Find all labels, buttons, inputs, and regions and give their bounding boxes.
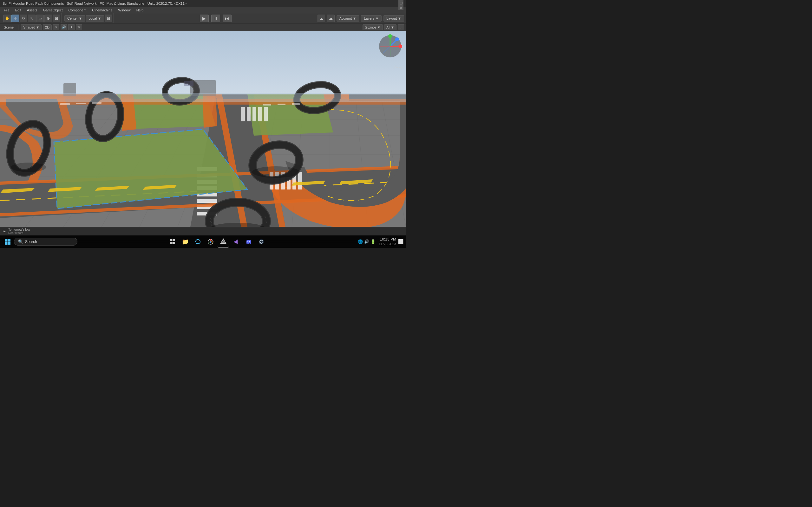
menu-bar: File Edit Assets GameObject Component Ci…: [0, 7, 406, 13]
chrome-icon: [207, 239, 214, 245]
edge-browser-icon[interactable]: [192, 236, 204, 247]
svg-rect-79: [170, 239, 172, 241]
taskbar-search-bar[interactable]: 🔍 Search: [14, 238, 78, 245]
play-button[interactable]: ▶: [200, 14, 209, 22]
step-button[interactable]: ⏭: [223, 14, 232, 22]
close-button[interactable]: ✕: [398, 6, 403, 10]
show-desktop-button[interactable]: ⬜: [398, 239, 403, 244]
network-tray-icon[interactable]: 🌐: [358, 239, 363, 244]
svg-rect-78: [8, 242, 11, 245]
start-button[interactable]: [3, 237, 13, 247]
toolbar-right: ☁ ☁ Account ▼ Layers ▼ Layout ▼: [317, 14, 404, 22]
tray-icons: 🌐 🔊 🔋: [357, 239, 377, 244]
cloud-icon[interactable]: ☁: [327, 14, 335, 22]
svg-rect-37: [252, 107, 256, 121]
taskbar-app-icons: 📁: [79, 236, 355, 247]
playback-controls: ▶ ⏸ ⏭: [115, 14, 316, 22]
clock-display[interactable]: 10:13 PM 11/25/2023: [379, 237, 396, 246]
title-controls: ─ ❐ ✕: [398, 0, 403, 10]
collab-icon[interactable]: ☁: [317, 14, 325, 22]
volume-tray-icon[interactable]: 🔊: [364, 239, 369, 244]
pause-button[interactable]: ⏸: [211, 14, 220, 22]
custom-tool[interactable]: ⊞: [53, 14, 60, 22]
tool-group: ✋ ✛ ↻ ⤡ ▭ ⊕ ⊞: [2, 13, 62, 23]
secondary-toolbar: Scene Shaded ▼ 2D ☀ 🔊 ✦ 👁 Gizmos ▼ All ▼…: [0, 23, 406, 31]
account-button[interactable]: Account ▼: [337, 15, 359, 21]
scene-canvas: Persp: [0, 31, 406, 227]
windows-logo-icon: [4, 239, 11, 245]
svg-rect-82: [173, 242, 175, 244]
2d-button[interactable]: 2D: [43, 24, 52, 30]
menu-cinemachine[interactable]: Cinemachine: [90, 8, 115, 13]
svg-point-53: [252, 166, 300, 178]
layout-button[interactable]: Layout ▼: [384, 15, 404, 21]
rect-tool[interactable]: ▭: [36, 14, 44, 22]
edge-icon: [195, 239, 201, 245]
search-label: Search: [25, 239, 37, 244]
svg-rect-76: [8, 239, 11, 242]
gizmos-area: Gizmos ▼ All ▼ ⋮: [362, 24, 404, 30]
all-button[interactable]: All ▼: [384, 24, 397, 30]
menu-help[interactable]: Help: [134, 8, 146, 13]
scene-visibility[interactable]: 👁: [76, 24, 82, 30]
snap-button[interactable]: ⊟: [105, 14, 112, 22]
svg-point-88: [249, 241, 250, 242]
battery-tray-icon[interactable]: 🔋: [370, 239, 375, 244]
svg-point-54: [11, 163, 46, 172]
gizmos-button[interactable]: Gizmos ▼: [362, 24, 383, 30]
file-explorer-icon[interactable]: 📁: [180, 236, 191, 247]
svg-rect-34: [298, 172, 302, 189]
more-options[interactable]: ⋮: [398, 24, 404, 30]
menu-edit[interactable]: Edit: [13, 8, 24, 13]
pivot-button[interactable]: Center ▼: [64, 15, 85, 21]
menu-component[interactable]: Component: [66, 8, 89, 13]
svg-rect-38: [258, 107, 262, 121]
taskview-icon: [170, 239, 175, 245]
transform-tool[interactable]: ⊕: [44, 14, 52, 22]
scale-tool[interactable]: ⤡: [28, 14, 36, 22]
unity-editor-icon[interactable]: [217, 236, 229, 247]
windows-taskbar: 🔍 Search 📁: [0, 235, 406, 248]
svg-point-71: [388, 34, 392, 38]
restore-button[interactable]: ❐: [398, 1, 403, 6]
svg-point-67: [395, 38, 399, 41]
discord-svg-icon: [246, 239, 252, 245]
fx-toggle[interactable]: ✦: [68, 24, 74, 30]
weather-sub: Near record: [8, 231, 30, 234]
layers-button[interactable]: Layers ▼: [361, 15, 382, 21]
svg-rect-75: [5, 239, 8, 242]
menu-window[interactable]: Window: [116, 8, 133, 13]
track-scene-svg: [0, 31, 406, 227]
clock-date: 11/25/2023: [379, 242, 396, 246]
lighting-toggle[interactable]: ☀: [53, 24, 59, 30]
taskview-button[interactable]: [167, 236, 178, 247]
svg-rect-60: [292, 103, 300, 105]
svg-point-69: [398, 44, 402, 48]
pivot-group: Center ▼ Local ▼ ⊟: [63, 13, 114, 23]
audio-toggle[interactable]: 🔊: [61, 24, 67, 30]
main-toolbar: ✋ ✛ ↻ ⤡ ▭ ⊕ ⊞ Center ▼ Local ▼ ⊟ ▶ ⏸ ⏭ ☁…: [0, 13, 406, 23]
svg-point-87: [247, 241, 248, 242]
menu-file[interactable]: File: [1, 8, 12, 13]
steam-icon[interactable]: [256, 236, 267, 247]
shading-dropdown[interactable]: Shaded ▼: [21, 24, 42, 30]
svg-rect-35: [241, 107, 245, 121]
svg-rect-64: [0, 93, 406, 102]
status-bar: 🌤 Tomorrow's low Near record: [0, 227, 406, 235]
menu-gameobject[interactable]: GameObject: [41, 8, 65, 13]
space-button[interactable]: Local ▼: [86, 15, 104, 21]
rotate-tool[interactable]: ↻: [20, 14, 27, 22]
axis-gizmo: [377, 34, 403, 59]
weather-info: Tomorrow's low Near record: [8, 228, 30, 234]
discord-icon[interactable]: [243, 236, 254, 247]
move-tool[interactable]: ✛: [11, 14, 19, 22]
visual-studio-icon[interactable]: [230, 236, 242, 247]
main-viewport[interactable]: Persp: [0, 31, 406, 227]
chrome-browser-icon[interactable]: [205, 236, 216, 247]
hand-tool[interactable]: ✋: [3, 14, 11, 22]
window-title: Sci-Fi Modular Road Pack Components - Sc…: [3, 2, 187, 5]
svg-rect-39: [264, 107, 268, 121]
menu-assets[interactable]: Assets: [24, 8, 40, 13]
clock-time: 10:13 PM: [379, 237, 396, 242]
svg-rect-58: [263, 104, 271, 106]
